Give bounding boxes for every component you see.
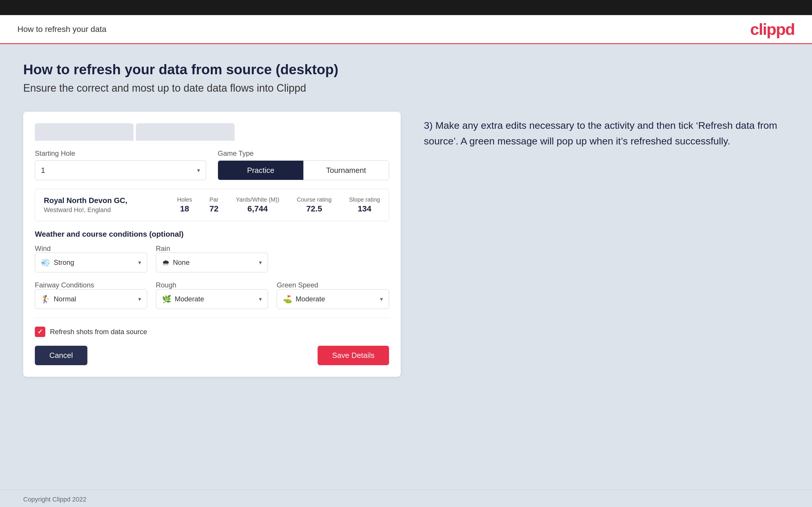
- rain-chevron-icon: ▾: [259, 259, 262, 266]
- top-bar: [0, 0, 812, 15]
- fairway-group: Fairway Conditions 🏌️ Normal ▾: [35, 281, 147, 309]
- green-speed-value: Moderate: [296, 295, 325, 303]
- save-button[interactable]: Save Details: [318, 346, 389, 365]
- refresh-checkbox[interactable]: ✓: [35, 327, 45, 337]
- starting-hole-label: Starting Hole: [35, 149, 206, 158]
- page-subtitle: Ensure the correct and most up to date d…: [23, 82, 789, 94]
- course-rating-label: Course rating: [297, 196, 332, 203]
- starting-hole-group: Starting Hole 1 ▾: [35, 149, 206, 180]
- rough-chevron-icon: ▾: [259, 295, 262, 302]
- fairway-label: Fairway Conditions: [35, 281, 94, 289]
- rough-value: Moderate: [175, 295, 204, 303]
- fairway-select[interactable]: 🏌️ Normal ▾: [35, 289, 147, 309]
- rain-value: None: [173, 259, 190, 267]
- spacer-group: [277, 244, 389, 272]
- yards-label: Yards/White (M)): [236, 196, 280, 203]
- starting-hole-chevron-icon: ▾: [197, 167, 200, 174]
- par-stat: Par 72: [209, 196, 218, 214]
- rain-icon: 🌧: [162, 258, 169, 267]
- fairway-rough-green-row: Fairway Conditions 🏌️ Normal ▾ Rough: [35, 281, 389, 309]
- cancel-button[interactable]: Cancel: [35, 346, 87, 365]
- content-row: Starting Hole 1 ▾ Game Type Practice Tou…: [23, 112, 789, 377]
- instruction-text: 3) Make any extra edits necessary to the…: [424, 117, 789, 149]
- fairway-chevron-icon: ▾: [138, 295, 141, 302]
- holes-value: 18: [180, 204, 189, 214]
- tournament-button[interactable]: Tournament: [303, 161, 389, 180]
- button-row: Cancel Save Details: [35, 346, 389, 365]
- fairway-icon: 🏌️: [41, 295, 50, 304]
- starting-hole-game-type-row: Starting Hole 1 ▾ Game Type Practice Tou…: [35, 149, 389, 180]
- course-name: Royal North Devon GC,: [44, 196, 160, 205]
- yards-value: 6,744: [247, 204, 268, 214]
- holes-stat: Holes 18: [177, 196, 192, 214]
- footer-text: Copyright Clippd 2022: [23, 496, 87, 503]
- starting-hole-value: 1: [41, 166, 45, 175]
- instruction-panel: 3) Make any extra edits necessary to the…: [424, 112, 789, 149]
- wind-rain-row: Wind 💨 Strong ▾ Rain: [35, 244, 389, 272]
- starting-hole-select[interactable]: 1 ▾: [35, 160, 206, 180]
- course-info-box: Royal North Devon GC, Westward Ho!, Engl…: [35, 189, 389, 221]
- conditions-title: Weather and course conditions (optional): [35, 230, 389, 239]
- course-rating-stat: Course rating 72.5: [297, 196, 332, 214]
- course-stats: Holes 18 Par 72 Yards/White (M)) 6,744 C…: [177, 196, 380, 214]
- wind-label: Wind: [35, 244, 51, 252]
- tab-stub-1: [35, 123, 134, 141]
- rough-icon: 🌿: [162, 295, 171, 304]
- header-bar: How to refresh your data clippd: [0, 15, 812, 44]
- slope-rating-value: 134: [358, 204, 371, 214]
- footer-bar: Copyright Clippd 2022: [0, 490, 812, 507]
- rain-select[interactable]: 🌧 None ▾: [156, 252, 268, 272]
- form-panel: Starting Hole 1 ▾ Game Type Practice Tou…: [23, 112, 401, 377]
- header-title: How to refresh your data: [17, 25, 107, 34]
- green-speed-chevron-icon: ▾: [380, 295, 383, 302]
- page-title: How to refresh your data from source (de…: [23, 61, 789, 77]
- refresh-label: Refresh shots from data source: [50, 328, 147, 336]
- logo: clippd: [750, 20, 795, 39]
- green-speed-label: Green Speed: [277, 281, 318, 289]
- rain-group: Rain 🌧 None ▾: [156, 244, 268, 272]
- wind-icon: 💨: [41, 258, 50, 267]
- rough-select[interactable]: 🌿 Moderate ▾: [156, 289, 268, 309]
- tab-stub-2: [136, 123, 235, 141]
- game-type-label: Game Type: [218, 149, 389, 158]
- rough-group: Rough 🌿 Moderate ▾: [156, 281, 268, 309]
- course-name-section: Royal North Devon GC, Westward Ho!, Engl…: [44, 196, 160, 214]
- game-type-group: Game Type Practice Tournament: [218, 149, 389, 180]
- conditions-section: Weather and course conditions (optional)…: [35, 230, 389, 309]
- course-location: Westward Ho!, England: [44, 206, 160, 214]
- main-content: How to refresh your data from source (de…: [0, 44, 812, 490]
- par-label: Par: [209, 196, 218, 203]
- holes-label: Holes: [177, 196, 192, 203]
- divider: [35, 318, 389, 318]
- fairway-value: Normal: [54, 295, 76, 303]
- rain-label: Rain: [156, 244, 170, 252]
- par-value: 72: [209, 204, 218, 214]
- rough-label: Rough: [156, 281, 176, 289]
- practice-button[interactable]: Practice: [218, 161, 303, 180]
- slope-rating-stat: Slope rating 134: [349, 196, 380, 214]
- wind-group: Wind 💨 Strong ▾: [35, 244, 147, 272]
- green-speed-select[interactable]: ⛳ Moderate ▾: [277, 289, 389, 309]
- wind-value: Strong: [54, 259, 74, 267]
- checkmark-icon: ✓: [38, 328, 43, 336]
- wind-chevron-icon: ▾: [138, 259, 141, 266]
- green-speed-icon: ⛳: [283, 295, 292, 304]
- game-type-buttons: Practice Tournament: [218, 160, 389, 180]
- tab-stub-area: [35, 123, 389, 141]
- wind-select[interactable]: 💨 Strong ▾: [35, 252, 147, 272]
- yards-stat: Yards/White (M)) 6,744: [236, 196, 280, 214]
- course-rating-value: 72.5: [306, 204, 322, 214]
- slope-rating-label: Slope rating: [349, 196, 380, 203]
- green-speed-group: Green Speed ⛳ Moderate ▾: [277, 281, 389, 309]
- refresh-checkbox-row: ✓ Refresh shots from data source: [35, 327, 389, 337]
